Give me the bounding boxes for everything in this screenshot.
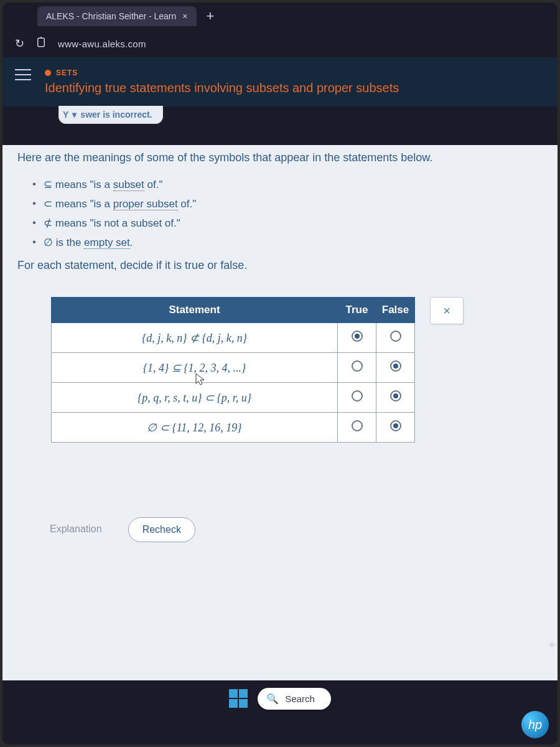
recheck-button[interactable]: Recheck xyxy=(128,517,195,542)
browser-tab[interactable]: ALEKS - Christian Seither - Learn × xyxy=(37,6,197,26)
url-text[interactable]: www-awu.aleks.com xyxy=(58,39,146,49)
close-tab-icon[interactable]: × xyxy=(182,11,187,21)
glossary-link[interactable]: proper subset xyxy=(113,198,178,210)
statement-cell: {d, j, k, n} ⊄ {d, j, k, n} xyxy=(52,323,338,353)
radio-false[interactable] xyxy=(376,353,415,383)
instruction-text: For each statement, decide if it is true… xyxy=(17,259,543,272)
statement-cell: {1, 4} ⊆ {1, 2, 3, 4, ...} xyxy=(52,353,338,383)
windows-start-icon[interactable] xyxy=(229,689,248,708)
page-title: Identifying true statements involving su… xyxy=(45,81,399,95)
radio-icon xyxy=(390,390,401,402)
table-row: {p, q, r, s, t, u} ⊂ {p, r, u} xyxy=(52,383,415,413)
radio-icon xyxy=(390,420,401,431)
menu-icon[interactable] xyxy=(15,68,31,81)
site-info-icon[interactable] xyxy=(35,37,47,51)
table-row: ∅ ⊂ {11, 12, 16, 19} xyxy=(52,413,415,443)
bullet-item: ⊂ means "is a proper subset of." xyxy=(44,197,543,210)
taskbar-search[interactable]: 🔍 Search xyxy=(258,688,331,710)
col-statement: Statement xyxy=(52,298,338,323)
radio-icon xyxy=(352,331,363,342)
glossary-link[interactable]: empty set xyxy=(84,237,130,249)
category-dot-icon xyxy=(45,70,51,76)
statement-table: Statement True False {d, j, k, n} ⊄ {d, … xyxy=(51,297,415,443)
new-tab-button[interactable]: + xyxy=(200,8,221,24)
math-symbol: ⊄ xyxy=(44,217,52,229)
feedback-text: swer is incorrect. xyxy=(80,110,152,120)
feedback-prefix: Y xyxy=(63,110,68,120)
table-row: {d, j, k, n} ⊄ {d, j, k, n} xyxy=(52,323,415,353)
hp-logo: hp xyxy=(521,711,549,738)
feedback-pill[interactable]: Y ▾ swer is incorrect. xyxy=(58,106,163,124)
glossary-link[interactable]: subset xyxy=(113,179,144,191)
table-row: {1, 4} ⊆ {1, 2, 3, 4, ...} xyxy=(52,353,415,383)
intro-text: Here are the meanings of some of the sym… xyxy=(17,145,543,164)
explanation-button[interactable]: Explanation xyxy=(36,517,116,542)
tab-title: ALEKS - Christian Seither - Learn xyxy=(46,11,176,21)
search-icon: 🔍 xyxy=(266,693,279,705)
refresh-icon[interactable]: ↻ xyxy=(15,37,24,50)
bullet-item: ∅ is the empty set. xyxy=(44,236,543,249)
camera-flash-icon: ✦ xyxy=(546,637,558,654)
category-label: SETS xyxy=(56,68,78,77)
radio-false[interactable] xyxy=(376,383,415,413)
radio-true[interactable] xyxy=(338,383,376,413)
radio-false[interactable] xyxy=(376,413,415,443)
math-symbol: ∅ xyxy=(44,237,53,248)
statement-cell: ∅ ⊂ {11, 12, 16, 19} xyxy=(52,413,338,443)
math-symbol: ⊂ xyxy=(44,198,52,210)
radio-false[interactable] xyxy=(376,323,415,353)
radio-icon xyxy=(390,360,401,372)
radio-true[interactable] xyxy=(338,413,376,443)
radio-icon xyxy=(352,390,363,402)
col-false: False xyxy=(376,298,415,323)
math-symbol: ⊆ xyxy=(44,179,52,190)
svg-rect-0 xyxy=(38,38,45,47)
bullet-item: ⊆ means "is a subset of." xyxy=(44,178,543,191)
radio-icon xyxy=(390,331,401,342)
radio-true[interactable] xyxy=(338,353,376,383)
radio-true[interactable] xyxy=(338,323,376,353)
statement-cell: {p, q, r, s, t, u} ⊂ {p, r, u} xyxy=(52,383,338,413)
radio-icon xyxy=(352,420,363,431)
radio-icon xyxy=(352,360,363,372)
close-button[interactable]: × xyxy=(430,297,464,324)
col-true: True xyxy=(338,298,376,323)
bullet-item: ⊄ means "is not a subset of." xyxy=(44,217,543,230)
chevron-down-icon: ▾ xyxy=(72,110,77,120)
taskbar-search-label: Search xyxy=(285,693,315,704)
